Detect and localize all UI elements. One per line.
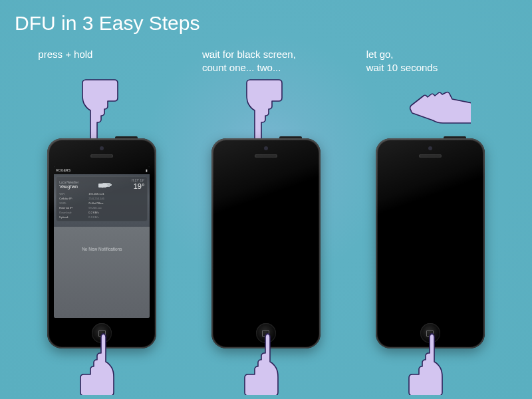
notifications-empty: No New Notifications	[54, 247, 150, 251]
steps-row: press + hold ROGERS ▮	[0, 48, 532, 395]
hand-point-down-icon	[76, 77, 128, 141]
phone-step-1: ROGERS ▮ Local Weather Vaughan H:17° 19°	[47, 138, 156, 348]
hand-point-up-icon	[404, 331, 456, 395]
phone-step-3	[376, 138, 485, 348]
step-2-instruction: wait for black screen, count one... two.…	[202, 48, 296, 77]
step-3: let go, wait 10 seconds	[357, 48, 503, 395]
step-3-instruction: let go, wait 10 seconds	[366, 48, 438, 77]
phone-screen-black	[218, 166, 314, 318]
step-2: wait for black screen, count one... two.…	[193, 48, 339, 395]
hand-point-up-icon	[76, 331, 128, 395]
weather-temp: 19°	[132, 182, 144, 190]
hand-point-up-icon	[240, 331, 292, 395]
phone-step-2	[211, 138, 321, 348]
front-camera-icon	[100, 146, 104, 150]
carrier-label: ROGERS	[56, 168, 70, 172]
step-1: press + hold ROGERS ▮	[29, 48, 175, 395]
cloud-icon	[98, 182, 112, 188]
phone-screen-on: ROGERS ▮ Local Weather Vaughan H:17° 19°	[54, 166, 150, 318]
step-1-instruction: press + hold	[38, 48, 92, 77]
weather-location: Vaughan	[59, 184, 78, 189]
status-bar: ROGERS ▮	[54, 166, 150, 174]
network-grid: WiFi:192.168.1.41 Cellular IP:25.6.250.1…	[59, 192, 144, 219]
weather-widget: Local Weather Vaughan H:17° 19° 19° WiFi…	[56, 176, 148, 221]
front-camera-icon	[264, 146, 268, 150]
page-title: DFU in 3 Easy Steps	[0, 0, 532, 35]
weather-label: Local Weather	[59, 181, 78, 184]
hand-point-down-icon	[240, 77, 292, 141]
earpiece-icon	[255, 154, 277, 158]
battery-icon: ▮	[146, 168, 148, 172]
earpiece-icon	[90, 154, 113, 158]
hand-open-release-icon	[407, 89, 471, 136]
earpiece-icon	[419, 154, 442, 158]
phone-screen-black	[382, 166, 478, 318]
front-camera-icon	[428, 146, 432, 150]
